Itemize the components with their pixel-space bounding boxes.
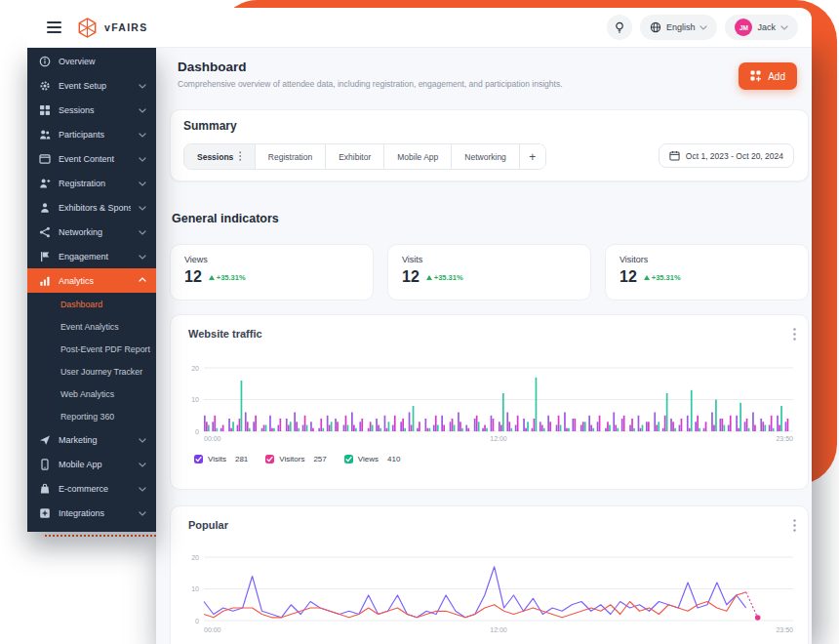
sidebar-subitem-post-event-pdf-report[interactable]: Post-Event PDF Report <box>27 338 156 360</box>
idea-button[interactable] <box>607 15 632 40</box>
legend-item-views: Views410 <box>344 455 401 463</box>
add-button[interactable]: Add <box>739 62 797 90</box>
svg-text:20: 20 <box>191 365 199 372</box>
svg-text:23:50: 23:50 <box>776 435 793 442</box>
summary-title: Summary <box>183 119 237 133</box>
summary-card: Summary SessionsRegistrationExhibitorMob… <box>170 109 809 181</box>
legend-item-visitors: Visitors257 <box>265 455 326 463</box>
stat-value: 12 <box>184 268 202 286</box>
sidebar-subitem-label: User Journey Tracker <box>60 367 142 377</box>
chevron-down-icon <box>139 487 146 492</box>
up-arrow-icon <box>209 275 215 280</box>
up-arrow-icon <box>426 275 432 280</box>
legend-count: 281 <box>235 455 248 463</box>
sidebar-subitem-label: Reporting 360 <box>60 412 114 422</box>
chevron-down-icon <box>139 181 146 186</box>
sidebar-item-label: Exhibitors & Sponsors <box>59 203 131 213</box>
sidebar-item-label: Overview <box>59 57 146 66</box>
sidebar-item-exhibitors-sponsors[interactable]: Exhibitors & Sponsors <box>27 195 156 220</box>
plus-square-icon <box>39 507 51 519</box>
brand-name: vFAIRS <box>104 21 148 33</box>
stat-card-views: Views12+35.31% <box>170 244 374 301</box>
legend-checkbox-views[interactable] <box>344 455 353 463</box>
website-traffic-card: Website traffic 0102000:0012:0023:50 Vis… <box>170 314 809 490</box>
sidebar-subitem-dashboard[interactable]: Dashboard <box>27 293 156 315</box>
sidebar-item-engagement[interactable]: Engagement <box>27 244 156 268</box>
user-name: Jack <box>757 22 776 32</box>
add-tab-button[interactable]: + <box>520 144 545 169</box>
sidebar-item-sessions[interactable]: Sessions <box>27 98 156 122</box>
summary-tabs: SessionsRegistrationExhibitorMobile AppN… <box>183 143 546 170</box>
hamburger-menu-button[interactable] <box>47 21 61 32</box>
sidebar-item-participants[interactable]: Participants <box>27 122 156 146</box>
svg-text:0: 0 <box>195 618 199 624</box>
tab-label: Sessions <box>197 152 233 162</box>
tab-options-icon[interactable] <box>239 151 242 163</box>
svg-text:12:00: 12:00 <box>490 435 507 442</box>
language-selector[interactable]: English <box>640 15 718 40</box>
chevron-down-icon <box>139 157 146 162</box>
stat-delta-value: +35.31% <box>434 273 463 282</box>
tab-networking[interactable]: Networking <box>452 144 520 169</box>
tab-sessions[interactable]: Sessions <box>184 144 256 169</box>
svg-text:20: 20 <box>191 554 199 561</box>
plane-icon <box>39 434 51 446</box>
person-plus-icon <box>39 178 51 189</box>
sidebar-item-analytics[interactable]: Analytics <box>27 268 156 293</box>
window-icon <box>39 153 51 165</box>
stat-delta: +35.31% <box>209 273 246 282</box>
sidebar-item-overview[interactable]: Overview <box>27 49 156 73</box>
svg-text:10: 10 <box>191 585 199 592</box>
sidebar-item-e-commerce[interactable]: E-commerce <box>27 476 156 501</box>
tab-mobile-app[interactable]: Mobile App <box>384 144 452 169</box>
tab-registration[interactable]: Registration <box>256 144 326 169</box>
sidebar-subitem-user-journey-tracker[interactable]: User Journey Tracker <box>27 360 156 382</box>
svg-text:10: 10 <box>191 396 199 403</box>
chevron-down-icon <box>780 25 788 30</box>
sidebar-item-label: Sessions <box>59 105 131 115</box>
legend-checkbox-visits[interactable] <box>194 455 203 463</box>
kebab-menu-icon[interactable] <box>793 518 796 536</box>
sidebar-item-event-setup[interactable]: Event Setup <box>27 73 156 98</box>
chevron-down-icon <box>139 255 146 260</box>
topbar: vFAIRS English <box>27 8 812 47</box>
tab-label: Exhibitor <box>339 152 371 162</box>
sidebar-item-label: Analytics <box>59 276 131 286</box>
sidebar-item-event-content[interactable]: Event Content <box>27 146 156 171</box>
tab-exhibitor[interactable]: Exhibitor <box>326 144 384 169</box>
popular-chart: 0102000:0012:0023:50 <box>180 551 797 637</box>
chevron-down-icon <box>139 206 146 211</box>
sidebar-item-marketing[interactable]: Marketing <box>27 427 156 452</box>
user-menu[interactable]: JM Jack <box>725 15 798 40</box>
stat-cards: Views12+35.31%Visits12+35.31%Visitors12+… <box>170 244 809 301</box>
chevron-up-icon <box>139 277 146 282</box>
vfairs-logo-icon <box>77 18 98 38</box>
sidebar-item-mobile-app[interactable]: Mobile App <box>27 452 156 476</box>
svg-text:00:00: 00:00 <box>204 435 221 442</box>
legend-label: Views <box>358 455 379 463</box>
sidebar-item-label: Networking <box>59 227 131 237</box>
sidebar-subitem-event-analytics[interactable]: Event Analytics <box>27 315 156 338</box>
sidebar-subitem-web-analytics[interactable]: Web Analytics <box>27 382 156 405</box>
people-icon <box>39 129 51 141</box>
legend-checkbox-visitors[interactable] <box>265 455 274 463</box>
brand-logo: vFAIRS <box>77 18 148 38</box>
lightbulb-icon <box>614 21 625 34</box>
kebab-menu-icon[interactable] <box>793 327 796 344</box>
sidebar-item-integrations[interactable]: Integrations <box>27 501 156 525</box>
date-range-label: Oct 1, 2023 - Oct 20, 2024 <box>686 151 783 161</box>
stat-label: Views <box>184 255 359 264</box>
date-range-picker[interactable]: Oct 1, 2023 - Oct 20, 2024 <box>659 143 794 168</box>
globe-icon <box>650 21 661 33</box>
stat-delta-value: +35.31% <box>652 273 681 282</box>
chevron-down-icon <box>139 230 146 235</box>
stat-value: 12 <box>619 268 637 286</box>
chevron-down-icon <box>139 438 146 443</box>
sidebar-item-label: Event Setup <box>59 81 131 91</box>
stat-delta-value: +35.31% <box>217 273 246 282</box>
sidebar-subitem-reporting-360[interactable]: Reporting 360 <box>27 405 156 427</box>
sidebar-item-registration[interactable]: Registration <box>27 171 156 195</box>
grid-icon <box>39 104 51 116</box>
sidebar-subitem-label: Dashboard <box>60 300 102 309</box>
sidebar-item-networking[interactable]: Networking <box>27 220 156 244</box>
